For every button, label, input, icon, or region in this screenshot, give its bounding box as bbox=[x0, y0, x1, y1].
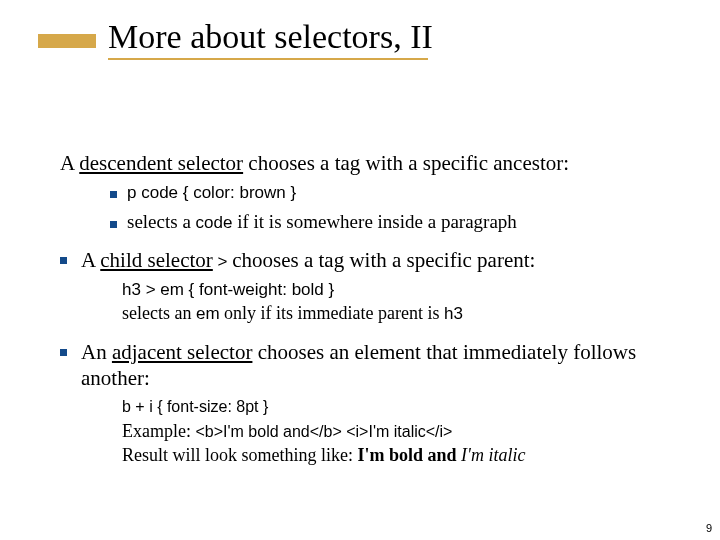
term-child-selector: child selector bbox=[100, 248, 213, 272]
title-accent-bar bbox=[38, 34, 96, 48]
text: chooses a tag with a specific parent: bbox=[232, 248, 535, 272]
page-number: 9 bbox=[706, 522, 712, 534]
result-italic-text: I'm italic bbox=[457, 445, 526, 465]
text: Result will look something like: bbox=[122, 445, 358, 465]
adjacent-result: Result will look something like: I'm bol… bbox=[122, 444, 670, 467]
bullet-icon bbox=[60, 257, 67, 264]
adjacent-example-markup: Example: <b>I'm bold and</b> <i>I'm ital… bbox=[122, 420, 670, 443]
text: A bbox=[60, 151, 79, 175]
slide-title: More about selectors, II bbox=[108, 18, 433, 60]
child-example-code: h3 > em { font-weight: bold } bbox=[122, 278, 670, 301]
bullet-icon bbox=[60, 349, 67, 356]
descendent-explanation: selects a code if it is somewhere inside… bbox=[110, 210, 670, 234]
bullet-icon bbox=[110, 221, 117, 228]
title-underline bbox=[108, 58, 428, 60]
text: only if its immediate parent is bbox=[220, 303, 444, 323]
text: Example: bbox=[122, 421, 195, 441]
code-snippet: p code { color: brown } bbox=[127, 182, 296, 203]
code-snippet: h3 > em { font-weight: bold } bbox=[122, 280, 334, 299]
adjacent-example-code: b + i { font-size: 8pt } bbox=[122, 395, 670, 418]
title-area: More about selectors, II bbox=[108, 18, 433, 60]
text: selects a code if it is somewhere inside… bbox=[127, 210, 517, 234]
text: A child selector > chooses a tag with a … bbox=[81, 247, 535, 273]
descendent-selector-line: A descendent selector chooses a tag with… bbox=[60, 150, 670, 176]
descendent-example-code: p code { color: brown } bbox=[110, 182, 670, 203]
code-inline: h3 bbox=[444, 304, 463, 323]
text: An bbox=[81, 340, 112, 364]
slide: More about selectors, II A descendent se… bbox=[0, 0, 720, 540]
code-inline: > bbox=[213, 252, 232, 271]
text: selects an bbox=[122, 303, 196, 323]
bullet-icon bbox=[110, 191, 117, 198]
text: A bbox=[81, 248, 100, 272]
result-bold-text: I'm bold and bbox=[358, 445, 457, 465]
code-snippet: b + i { font-size: 8pt } bbox=[122, 398, 268, 415]
code-inline: em bbox=[196, 304, 220, 323]
adjacent-selector-line: An adjacent selector chooses an element … bbox=[60, 339, 670, 392]
slide-body: A descendent selector chooses a tag with… bbox=[60, 150, 670, 467]
child-explanation: selects an em only if its immediate pare… bbox=[122, 302, 670, 325]
code-snippet: <b>I'm bold and</b> <i>I'm italic</i> bbox=[195, 423, 452, 440]
text: selects a bbox=[127, 211, 196, 232]
term-descendent-selector: descendent selector bbox=[79, 151, 243, 175]
child-selector-line: A child selector > chooses a tag with a … bbox=[60, 247, 670, 273]
text: An adjacent selector chooses an element … bbox=[81, 339, 670, 392]
text: chooses a tag with a specific ancestor: bbox=[243, 151, 569, 175]
code-inline: code bbox=[196, 213, 233, 232]
text: if it is somewhere inside a paragraph bbox=[232, 211, 516, 232]
term-adjacent-selector: adjacent selector bbox=[112, 340, 253, 364]
